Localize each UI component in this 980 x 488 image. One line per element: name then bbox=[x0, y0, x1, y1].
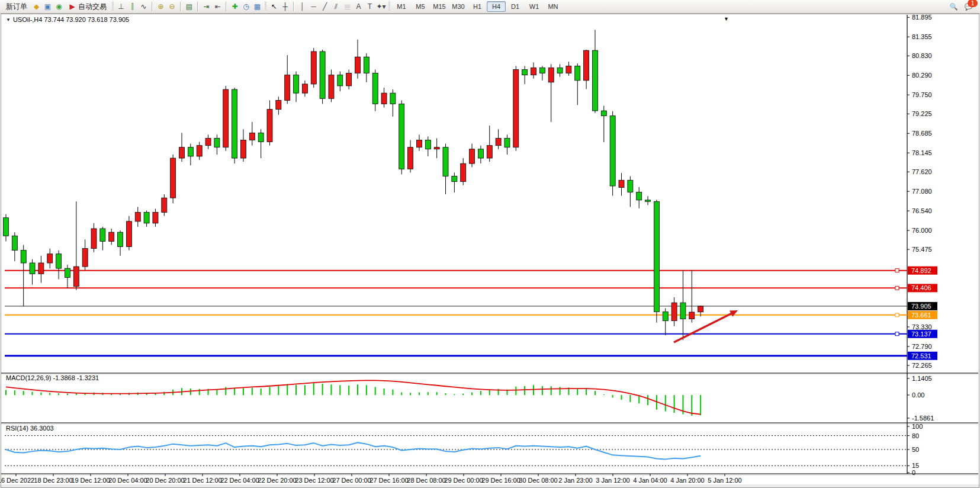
toolbar-separator bbox=[226, 2, 227, 11]
chart-line-icon[interactable]: ∿ bbox=[138, 1, 149, 12]
svg-text:1.1405: 1.1405 bbox=[912, 375, 932, 382]
toolbar-grip bbox=[388, 2, 390, 11]
svg-text:80.290: 80.290 bbox=[912, 72, 932, 79]
svg-text:72.531: 72.531 bbox=[911, 352, 931, 359]
svg-text:27 Dec 00:00: 27 Dec 00:00 bbox=[332, 477, 371, 484]
svg-text:21 Dec 12:00: 21 Dec 12:00 bbox=[183, 477, 221, 484]
rsi-indicator-label: RSI(14) 36.3003 bbox=[6, 425, 54, 432]
shapes-icon[interactable]: ✦▾ bbox=[375, 1, 387, 12]
svg-text:78.145: 78.145 bbox=[912, 149, 932, 156]
svg-text:79.225: 79.225 bbox=[912, 110, 932, 117]
svg-text:29 Dec 16:00: 29 Dec 16:00 bbox=[481, 477, 520, 484]
svg-text:29 Dec 00:00: 29 Dec 00:00 bbox=[444, 477, 483, 484]
notification-badge: 1 bbox=[968, 0, 978, 7]
svg-text:74.406: 74.406 bbox=[911, 284, 931, 291]
zoom-in-icon[interactable]: ⊕ bbox=[155, 1, 166, 12]
svg-text:81.895: 81.895 bbox=[912, 14, 932, 21]
toolbar-grip bbox=[265, 2, 266, 11]
notifications-icon[interactable]: 💬1 bbox=[963, 1, 974, 12]
chart-candles-icon[interactable]: ⫿ bbox=[127, 1, 138, 12]
indicators-icon[interactable]: ✚ bbox=[229, 1, 240, 12]
timeframe-w1[interactable]: W1 bbox=[525, 1, 544, 12]
svg-text:2 Jan 23:00: 2 Jan 23:00 bbox=[558, 477, 593, 484]
svg-text:27 Dec 16:00: 27 Dec 16:00 bbox=[369, 477, 408, 484]
vertical-line-icon[interactable]: │ bbox=[297, 1, 308, 12]
auto-trading-button[interactable]: ▶自动交易 bbox=[65, 1, 110, 13]
svg-text:76.000: 76.000 bbox=[912, 227, 932, 234]
svg-text:74.892: 74.892 bbox=[911, 267, 931, 274]
svg-text:77.620: 77.620 bbox=[912, 168, 932, 175]
chart-symbol-ohlc: ▼USOil-,H4 73.744 73.920 73.618 73.905 bbox=[6, 16, 129, 23]
svg-text:72.265: 72.265 bbox=[912, 362, 932, 369]
trendline-icon[interactable]: ╱ bbox=[319, 1, 330, 12]
timeframe-m5[interactable]: M5 bbox=[411, 1, 430, 12]
chart-bars-icon[interactable]: ⊥ bbox=[115, 1, 127, 12]
svg-text:80.830: 80.830 bbox=[912, 52, 932, 59]
tile-windows-icon[interactable]: ▤ bbox=[184, 1, 195, 12]
svg-text:0: 0 bbox=[912, 469, 915, 476]
templates-icon[interactable]: ▦ bbox=[252, 1, 263, 12]
chart-canvas[interactable]: 81.89581.35580.83080.29079.75079.22578.6… bbox=[0, 14, 980, 488]
timeframe-h4[interactable]: H4 bbox=[487, 1, 506, 12]
auto-trading-icon: ▶ bbox=[68, 1, 76, 12]
timeframe-m15[interactable]: M15 bbox=[430, 1, 449, 12]
svg-text:73.330: 73.330 bbox=[912, 323, 932, 330]
horizontal-line-icon[interactable]: ─ bbox=[308, 1, 319, 12]
svg-text:22 Dec 20:00: 22 Dec 20:00 bbox=[258, 477, 296, 484]
timeframe-mn[interactable]: MN bbox=[544, 1, 563, 12]
timeframe-d1[interactable]: D1 bbox=[506, 1, 525, 12]
scroll-end-marker[interactable]: ▼ bbox=[724, 16, 729, 22]
svg-text:77.080: 77.080 bbox=[912, 188, 932, 195]
symbol-dropdown-icon[interactable]: ▼ bbox=[6, 17, 11, 23]
market-icon[interactable]: ◆ bbox=[31, 1, 42, 12]
toolbar-separator bbox=[197, 2, 198, 11]
svg-text:73.905: 73.905 bbox=[911, 303, 931, 310]
fibonacci-icon[interactable]: 𝄙 bbox=[342, 1, 353, 12]
terminal-icon[interactable]: ▣ bbox=[42, 1, 53, 12]
text-label-icon[interactable]: T bbox=[364, 1, 375, 12]
svg-text:78.685: 78.685 bbox=[912, 130, 932, 137]
periods-icon[interactable]: ◷ bbox=[240, 1, 252, 12]
channel-icon[interactable]: ⫽ bbox=[330, 1, 342, 12]
svg-text:4 Jan 04:00: 4 Jan 04:00 bbox=[633, 477, 667, 484]
svg-text:73.137: 73.137 bbox=[911, 330, 931, 338]
svg-text:19 Dec 12:00: 19 Dec 12:00 bbox=[71, 477, 110, 484]
timeframe-m1[interactable]: M1 bbox=[392, 1, 411, 12]
svg-text:50: 50 bbox=[912, 446, 919, 453]
svg-text:22 Dec 04:00: 22 Dec 04:00 bbox=[220, 477, 259, 484]
toolbar-separator bbox=[180, 2, 181, 11]
toolbar-right-group: 🔍💬1 bbox=[948, 1, 978, 12]
new-order-button[interactable]: 新订单 bbox=[2, 1, 31, 13]
timeframe-m30[interactable]: M30 bbox=[449, 1, 468, 12]
svg-text:18 Dec 23:00: 18 Dec 23:00 bbox=[34, 477, 72, 484]
svg-text:4 Jan 20:00: 4 Jan 20:00 bbox=[670, 477, 705, 484]
svg-text:30 Dec 08:00: 30 Dec 08:00 bbox=[519, 477, 557, 484]
signals-icon[interactable]: ◉ bbox=[53, 1, 65, 12]
svg-text:23 Dec 12:00: 23 Dec 12:00 bbox=[295, 477, 333, 484]
cursor-icon[interactable]: ↖ bbox=[268, 1, 279, 12]
svg-text:0.00: 0.00 bbox=[912, 391, 924, 399]
svg-text:20 Dec 20:00: 20 Dec 20:00 bbox=[146, 477, 184, 484]
svg-text:80: 80 bbox=[912, 432, 919, 439]
svg-text:3 Jan 12:00: 3 Jan 12:00 bbox=[596, 477, 630, 484]
svg-text:72.790: 72.790 bbox=[912, 343, 932, 350]
svg-text:75.475: 75.475 bbox=[912, 246, 932, 253]
chart-window[interactable]: 81.89581.35580.83080.29079.75079.22578.6… bbox=[0, 14, 980, 488]
svg-text:15: 15 bbox=[912, 462, 919, 469]
text-icon[interactable]: A bbox=[353, 1, 364, 12]
svg-text:81.355: 81.355 bbox=[912, 33, 932, 40]
toolbar-separator bbox=[293, 2, 294, 11]
main-toolbar: 新订单◆▣◉▶自动交易⊥⫿∿⊕⊖▤⇥⇤✚◷▦↖┼│─╱⫽𝄙AT✦▾M1M5M15… bbox=[0, 0, 980, 14]
macd-indicator-label: MACD(12,26,9) -1.3868 -1.3231 bbox=[6, 374, 99, 381]
zoom-out-icon[interactable]: ⊖ bbox=[166, 1, 178, 12]
search-icon[interactable]: 🔍 bbox=[948, 1, 959, 12]
svg-text:16 Dec 2022: 16 Dec 2022 bbox=[0, 477, 34, 484]
timeframe-h1[interactable]: H1 bbox=[468, 1, 487, 12]
auto-scroll-icon[interactable]: ⇥ bbox=[201, 1, 212, 12]
crosshair-icon[interactable]: ┼ bbox=[279, 1, 291, 12]
chart-shift-icon[interactable]: ⇤ bbox=[212, 1, 223, 12]
svg-text:73.661: 73.661 bbox=[911, 312, 931, 319]
toolbar-grip bbox=[112, 2, 114, 11]
svg-text:100: 100 bbox=[912, 423, 923, 430]
svg-text:20 Dec 04:00: 20 Dec 04:00 bbox=[108, 477, 147, 484]
